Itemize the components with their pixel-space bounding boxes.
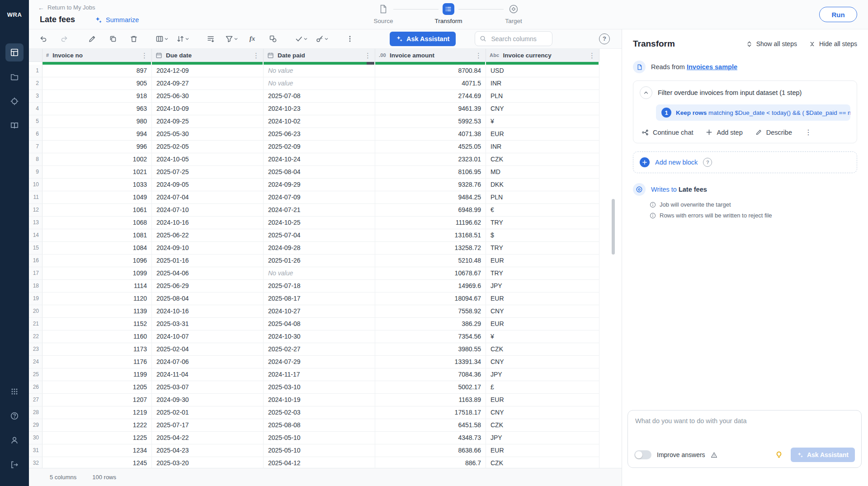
cell-due-date[interactable]: 2024-07-06: [152, 356, 264, 368]
cell-invoice-no[interactable]: 1096: [42, 255, 152, 267]
continue-chat-button[interactable]: Continue chat: [642, 129, 693, 136]
cell-invoice-currency[interactable]: CNY: [486, 305, 599, 317]
scrollbar-thumb[interactable]: [612, 199, 615, 255]
undo-button[interactable]: [35, 32, 52, 46]
cell-invoice-no[interactable]: 1199: [42, 368, 152, 381]
cell-date-paid[interactable]: 2025-02-03: [264, 406, 375, 419]
cell-date-paid[interactable]: 2024-07-29: [264, 356, 375, 368]
step-transform[interactable]: Transform: [416, 3, 481, 24]
cell-invoice-amount[interactable]: 6948.99: [375, 204, 486, 216]
cell-invoice-amount[interactable]: 1163.89: [375, 394, 486, 406]
cell-due-date[interactable]: 2025-02-04: [152, 343, 264, 355]
cell-date-paid[interactable]: 2025-05-10: [264, 444, 375, 457]
cell-due-date[interactable]: 2025-06-22: [152, 229, 264, 241]
cell-invoice-currency[interactable]: JPY: [486, 280, 599, 292]
cell-invoice-currency[interactable]: JPY: [486, 368, 599, 381]
cell-due-date[interactable]: 2024-09-30: [152, 394, 264, 406]
add-step-button[interactable]: Add step: [706, 129, 742, 136]
cell-invoice-currency[interactable]: EUR: [486, 394, 599, 406]
filter-menu-button[interactable]: [223, 32, 240, 46]
cell-date-paid[interactable]: 2025-04-08: [264, 318, 375, 330]
cell-invoice-no[interactable]: 897: [42, 65, 152, 77]
cell-date-paid[interactable]: No value: [264, 77, 375, 90]
ask-assistant-submit-button[interactable]: Ask Assistant: [791, 448, 855, 462]
cell-date-paid[interactable]: 2024-10-24: [264, 153, 375, 165]
cell-due-date[interactable]: 2025-02-05: [152, 141, 264, 153]
cell-invoice-no[interactable]: 1173: [42, 343, 152, 355]
cell-invoice-amount[interactable]: 9484.25: [375, 191, 486, 203]
cell-due-date[interactable]: 2025-07-25: [152, 166, 264, 178]
cell-date-paid[interactable]: 2025-05-10: [264, 432, 375, 444]
column-menu-icon[interactable]: ⋮: [364, 52, 371, 59]
cell-invoice-no[interactable]: 1222: [42, 419, 152, 431]
cell-invoice-no[interactable]: 905: [42, 77, 152, 90]
cell-invoice-amount[interactable]: 7558.92: [375, 305, 486, 317]
cell-invoice-no[interactable]: 1033: [42, 179, 152, 191]
cell-due-date[interactable]: 2024-09-25: [152, 115, 264, 127]
cell-due-date[interactable]: 2025-08-04: [152, 293, 264, 305]
cell-invoice-currency[interactable]: CNY: [486, 406, 599, 419]
cell-invoice-currency[interactable]: EUR: [486, 255, 599, 267]
column-menu-icon[interactable]: ⋮: [475, 52, 482, 59]
cell-invoice-no[interactable]: 994: [42, 128, 152, 140]
cell-invoice-amount[interactable]: 5992.53: [375, 115, 486, 127]
cell-invoice-amount[interactable]: 13258.72: [375, 242, 486, 254]
collapse-block-button[interactable]: [640, 86, 652, 99]
ask-assistant-button[interactable]: Ask Assistant: [390, 32, 456, 46]
cell-invoice-no[interactable]: 1152: [42, 318, 152, 330]
cell-invoice-currency[interactable]: CZK: [486, 343, 599, 355]
cell-date-paid[interactable]: 2024-10-02: [264, 115, 375, 127]
step-source[interactable]: Source: [351, 3, 416, 24]
cell-due-date[interactable]: 2025-04-23: [152, 444, 264, 457]
cell-date-paid[interactable]: 2024-10-25: [264, 217, 375, 229]
cell-date-paid[interactable]: No value: [264, 65, 375, 77]
cell-due-date[interactable]: 2024-10-07: [152, 330, 264, 343]
cell-invoice-no[interactable]: 1225: [42, 432, 152, 444]
cell-invoice-amount[interactable]: 7354.56: [375, 330, 486, 343]
cleanse-button[interactable]: [265, 32, 281, 46]
cell-invoice-amount[interactable]: 9461.39: [375, 103, 486, 115]
cell-invoice-amount[interactable]: 4071.38: [375, 128, 486, 140]
keep-rows-button[interactable]: [203, 32, 219, 46]
column-menu-icon[interactable]: ⋮: [141, 52, 148, 59]
hide-all-steps-button[interactable]: Hide all steps: [809, 40, 857, 47]
cell-invoice-no[interactable]: 1049: [42, 191, 152, 203]
cell-invoice-no[interactable]: 1234: [42, 444, 152, 457]
cell-invoice-currency[interactable]: CNY: [486, 103, 599, 115]
cell-due-date[interactable]: 2024-10-16: [152, 305, 264, 317]
cell-date-paid[interactable]: 2024-11-17: [264, 368, 375, 381]
cell-invoice-currency[interactable]: £: [486, 381, 599, 393]
cell-invoice-amount[interactable]: 6451.58: [375, 419, 486, 431]
sidebar-item-profile[interactable]: [5, 431, 24, 449]
cell-due-date[interactable]: 2025-04-06: [152, 267, 264, 279]
describe-button[interactable]: Describe: [755, 129, 792, 136]
cell-due-date[interactable]: 2025-03-31: [152, 318, 264, 330]
cell-invoice-currency[interactable]: EUR: [486, 444, 599, 457]
cell-invoice-amount[interactable]: 4071.5: [375, 77, 486, 90]
sidebar-item-hub[interactable]: [5, 92, 24, 110]
column-header-invoice-currency[interactable]: Abc Invoice currency ⋮: [486, 49, 599, 61]
cell-invoice-no[interactable]: 980: [42, 115, 152, 127]
cell-invoice-no[interactable]: 1207: [42, 394, 152, 406]
cell-invoice-amount[interactable]: 11196.62: [375, 217, 486, 229]
cell-date-paid[interactable]: 2025-08-08: [264, 419, 375, 431]
cell-invoice-amount[interactable]: 386.29: [375, 318, 486, 330]
redo-button[interactable]: [56, 32, 72, 46]
cell-date-paid[interactable]: 2024-09-28: [264, 242, 375, 254]
cell-invoice-currency[interactable]: INR: [486, 77, 599, 90]
cell-date-paid[interactable]: 2024-10-19: [264, 394, 375, 406]
cell-due-date[interactable]: 2025-06-29: [152, 280, 264, 292]
more-options-button[interactable]: [342, 32, 358, 46]
cell-due-date[interactable]: 2024-09-27: [152, 77, 264, 90]
cell-invoice-currency[interactable]: €: [486, 204, 599, 216]
transform-step-1[interactable]: 1 Keep rows matching $Due_date < today()…: [656, 104, 850, 121]
help-tooltip-icon[interactable]: ?: [703, 158, 712, 167]
cell-invoice-currency[interactable]: DKK: [486, 179, 599, 191]
cell-invoice-currency[interactable]: EUR: [486, 293, 599, 305]
delete-button[interactable]: [126, 32, 142, 46]
cell-due-date[interactable]: 2024-10-05: [152, 153, 264, 165]
cell-invoice-no[interactable]: 1002: [42, 153, 152, 165]
cell-due-date[interactable]: 2024-12-09: [152, 65, 264, 77]
cell-date-paid[interactable]: 2025-08-17: [264, 293, 375, 305]
cell-invoice-currency[interactable]: TRY: [486, 267, 599, 279]
